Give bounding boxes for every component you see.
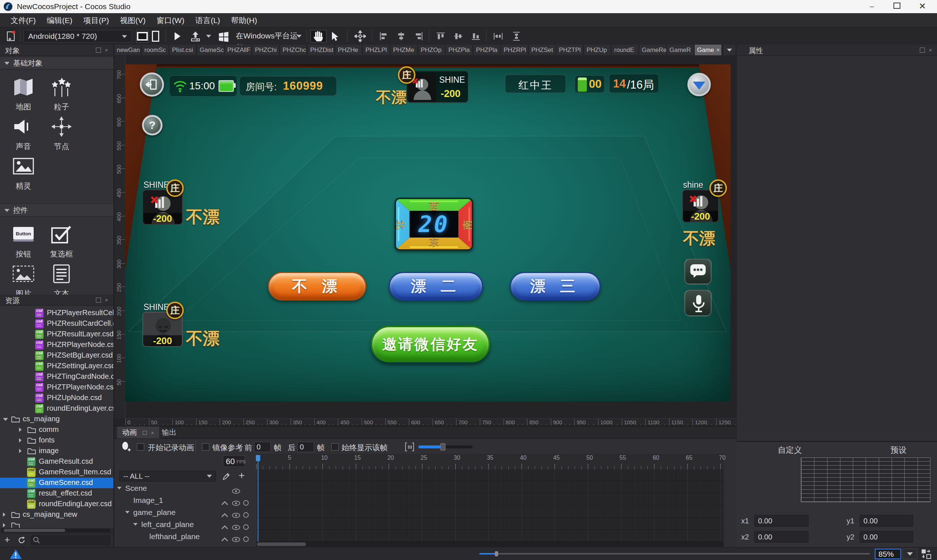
tab-PHZUp-17[interactable]: PHZUp xyxy=(584,45,611,55)
tree-node-lefthand_plane[interactable]: lefthand_plane xyxy=(114,530,252,542)
animation-filter-select[interactable]: -- ALL -- xyxy=(119,471,216,482)
timeline-hscrollbar[interactable] xyxy=(256,542,724,547)
float-panel-icon[interactable] xyxy=(143,431,147,435)
lock-circle-icon[interactable] xyxy=(243,533,249,543)
chat-button[interactable] xyxy=(685,259,712,285)
palette-item-checkbox[interactable]: 复选框 xyxy=(44,223,79,259)
menu-item-1[interactable]: 编辑(E) xyxy=(42,13,78,28)
distribute-vertical-button[interactable] xyxy=(509,30,523,43)
resource-PHZSetBgLayer.csd[interactable]: csdPHZSetBgLayer.csd xyxy=(0,350,114,361)
expand-arrow-icon[interactable] xyxy=(19,449,22,453)
new-scene-button[interactable] xyxy=(4,30,18,43)
canvas-zoom-slider[interactable] xyxy=(480,553,870,554)
close-panel-icon[interactable]: × xyxy=(104,298,109,303)
align-bottom-button[interactable] xyxy=(469,30,482,43)
resource-roundEndingLayer.csd[interactable]: csdroundEndingLayer.csd xyxy=(0,499,114,509)
tree-node-Scene[interactable]: Scene xyxy=(114,482,252,494)
resource-PHZResultCardCell.c[interactable]: csdPHZResultCardCell.c xyxy=(0,318,114,329)
design-canvas[interactable]: 7006506005505004504003503002502001501005… xyxy=(114,55,737,426)
expand-arrow-icon[interactable] xyxy=(3,523,6,528)
tab-preset-curve[interactable]: 预设 xyxy=(891,445,906,456)
tab-GameR-20[interactable]: GameR xyxy=(667,45,694,55)
expand-arrow-icon[interactable] xyxy=(19,438,22,443)
layout-switch-icon[interactable] xyxy=(921,549,932,560)
resource-PHZTingCardNode.c[interactable]: csdPHZTingCardNode.c xyxy=(0,371,114,382)
exit-room-button[interactable] xyxy=(140,72,164,97)
tab-animation[interactable]: 动画 × xyxy=(117,426,159,438)
zoom-level-input[interactable]: 85% xyxy=(875,549,901,559)
curve-field-input-y2[interactable]: 0.00 xyxy=(860,531,913,543)
palette-item-button[interactable]: Button按钮 xyxy=(6,223,41,259)
help-button[interactable]: ? xyxy=(142,115,163,135)
curve-grid[interactable] xyxy=(801,457,931,502)
move-up-icon[interactable] xyxy=(221,533,228,543)
add-resource-button[interactable]: + xyxy=(5,534,10,545)
resource-cs_majiang_new[interactable]: cs_majiang_new xyxy=(0,509,114,520)
resource-PHZUpNode.csd[interactable]: csdPHZUpNode.csd xyxy=(0,393,114,403)
resource-comm[interactable]: comm xyxy=(0,425,114,435)
tab-PHZRPl-14[interactable]: PHZRPl xyxy=(501,45,528,55)
portrait-orientation-button[interactable] xyxy=(149,30,162,43)
tab-PHZTPl-16[interactable]: PHZTPl xyxy=(556,45,583,55)
resource-GameResult_Item.csd[interactable]: csdGameResult_Item.csd xyxy=(0,467,114,478)
record-animation-checkbox[interactable] xyxy=(137,443,144,451)
align-center-horizontal-button[interactable] xyxy=(395,30,408,43)
menu-item-4[interactable]: 窗口(W) xyxy=(151,13,190,28)
align-top-button[interactable] xyxy=(434,30,447,43)
tab-output[interactable]: 输出 xyxy=(157,426,182,438)
top-player-panel[interactable]: SHINE -200 xyxy=(406,71,469,103)
resources-hscrollbar[interactable] xyxy=(2,529,110,532)
tree-node-game_plane[interactable]: game_plane xyxy=(114,506,252,518)
play-preview-button[interactable] xyxy=(171,30,184,43)
record-keyframe-icon[interactable] xyxy=(122,441,131,453)
timeline-zoom-slider[interactable] xyxy=(418,445,472,448)
curve-field-input-x1[interactable]: 0.00 xyxy=(754,515,809,527)
menu-item-3[interactable]: 视图(V) xyxy=(115,13,151,28)
distribute-horizontal-button[interactable] xyxy=(491,30,505,43)
game-scene[interactable]: ? 15:00 房间号: 160999 不漂 SHINE -200 庄 xyxy=(125,65,731,402)
minimize-button[interactable]: – xyxy=(863,0,881,13)
tab-GameRe-19[interactable]: GameRe xyxy=(639,45,666,55)
float-panel-icon[interactable] xyxy=(96,298,101,303)
move-tool-button[interactable] xyxy=(353,30,368,43)
resource-GameScene.csd[interactable]: csdGameScene.csd xyxy=(0,478,114,488)
resource-PHZPlayerResultCell.[interactable]: csdPHZPlayerResultCell. xyxy=(0,308,114,318)
landscape-orientation-button[interactable] xyxy=(136,30,149,43)
section-1[interactable]: 控件 xyxy=(0,203,114,217)
curve-field-input-y1[interactable]: 0.00 xyxy=(860,515,913,527)
palette-item-particle[interactable]: 粒子 xyxy=(44,75,79,112)
add-animation-button[interactable]: + xyxy=(238,469,245,481)
tab-PHZLPl-9[interactable]: PHZLPl xyxy=(363,45,390,55)
always-show-frame-checkbox[interactable] xyxy=(331,443,338,451)
tab-Game-21[interactable]: Game× xyxy=(695,45,722,55)
expand-arrow-icon[interactable] xyxy=(3,512,6,517)
resources-search-input[interactable] xyxy=(31,535,111,545)
tab-GameSc-3[interactable]: GameSc xyxy=(197,45,225,55)
voice-button[interactable] xyxy=(685,290,712,316)
tab-PHZOp-11[interactable]: PHZOp xyxy=(418,45,445,55)
align-middle-vertical-button[interactable] xyxy=(452,30,465,43)
palette-item-text[interactable]: 文本 xyxy=(44,262,79,298)
close-panel-icon[interactable]: × xyxy=(151,430,154,436)
palette-item-picture[interactable]: 图片 xyxy=(6,262,41,298)
tab-PHZPla-12[interactable]: PHZPla xyxy=(446,45,473,55)
resource-GameResult.csd[interactable]: csdGameResult.csd xyxy=(0,457,114,467)
tree-node-left_card_plane[interactable]: left_card_plane xyxy=(114,518,252,530)
section-0[interactable]: 基础对象 xyxy=(0,56,114,69)
maximize-button[interactable] xyxy=(888,0,906,13)
resource-PHZSettingLayer.csd[interactable]: csdPHZSettingLayer.csd xyxy=(0,361,114,371)
tab-PHZChc-6[interactable]: PHZChc xyxy=(280,45,307,55)
collapse-icon[interactable] xyxy=(117,487,122,489)
resource-PHZTPlayerNode.csc[interactable]: csdPHZTPlayerNode.csc xyxy=(0,382,114,393)
tab-custom-curve[interactable]: 自定义 xyxy=(778,445,802,456)
slider-handle[interactable] xyxy=(440,443,445,451)
close-panel-icon[interactable]: × xyxy=(928,48,933,53)
tab-PHZPla-13[interactable]: PHZPla xyxy=(474,45,501,55)
palette-item-node[interactable]: 节点 xyxy=(44,115,79,152)
slider-handle[interactable] xyxy=(495,551,498,556)
resource-PHZRPlayerNode.csc[interactable]: csdPHZRPlayerNode.csc xyxy=(0,340,114,350)
invite-wechat-button[interactable]: 邀请微信好友 xyxy=(371,326,490,362)
warning-icon[interactable] xyxy=(9,549,22,559)
resource-cs_majiang[interactable]: cs_majiang xyxy=(0,414,114,425)
menu-item-0[interactable]: 文件(F) xyxy=(5,13,42,28)
